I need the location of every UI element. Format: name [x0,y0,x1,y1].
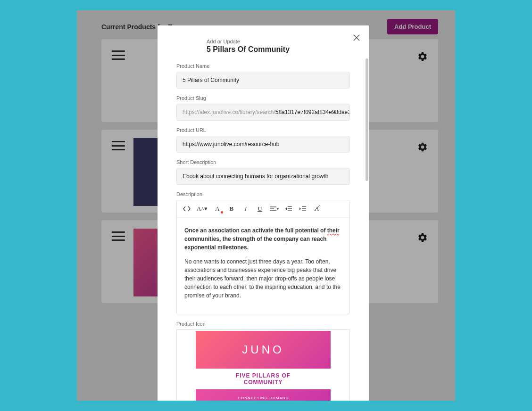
outdent-icon[interactable] [284,204,293,214]
svg-marker-12 [299,207,301,210]
short-description-label: Short Description [176,159,350,165]
scrollbar[interactable] [365,58,369,313]
svg-line-13 [314,206,320,211]
product-slug-label: Product Slug [176,95,350,101]
code-view-icon[interactable] [183,204,191,214]
product-modal: Add or Update 5 Pillars Of Community Pro… [158,25,369,401]
slug-prefix: https://alex.junolive.co/library/search/ [183,109,275,115]
product-url-label: Product URL [176,127,350,133]
slug-value: 58a1317e7f092af834e98dae3a7e [275,109,350,115]
product-url-input[interactable] [176,136,350,153]
spellcheck-word: their [327,227,340,234]
indent-icon[interactable] [299,204,307,214]
icon-headline: FIVE PILLARS OF COMMUNITY [196,369,331,389]
description-label: Description [176,191,350,197]
product-slug-input[interactable]: https://alex.junolive.co/library/search/… [176,104,350,121]
svg-marker-8 [285,207,287,210]
align-icon[interactable]: ▾ [270,204,279,214]
font-size-icon[interactable]: AA▾ [197,204,208,214]
product-name-label: Product Name [176,63,350,69]
short-description-input[interactable] [176,168,350,185]
product-name-input[interactable] [176,72,350,89]
italic-icon[interactable]: I [241,204,250,214]
bold-icon[interactable]: B [227,204,236,214]
icon-brand: JUNO [196,331,331,369]
modal-pretitle: Add or Update [207,39,350,44]
clear-format-icon[interactable]: A [313,204,321,214]
editor-bold-text: Once an association can activate the ful… [184,227,327,234]
editor-content[interactable]: Once an association can activate the ful… [177,218,349,314]
font-color-icon[interactable]: A [213,204,222,214]
editor-paragraph: No one wants to connect just three days … [184,257,342,300]
product-icon-preview[interactable]: JUNO FIVE PILLARS OF COMMUNITY CONNECTIN… [176,329,350,401]
rich-text-editor: AA▾ A B I U ▾ A Once an association can … [176,200,350,314]
editor-toolbar: AA▾ A B I U ▾ A [177,200,349,218]
icon-tagline: CONNECTING HUMANS FOR ORGANIZATIONAL GRO… [196,389,331,401]
underline-icon[interactable]: U [256,204,264,214]
product-icon-label: Product Icon [176,321,350,327]
editor-bold-text: communities, the strength of the company… [184,236,326,251]
scrollbar-thumb[interactable] [366,58,368,181]
modal-title: 5 Pillars Of Community [207,45,350,54]
close-icon[interactable] [351,32,362,43]
